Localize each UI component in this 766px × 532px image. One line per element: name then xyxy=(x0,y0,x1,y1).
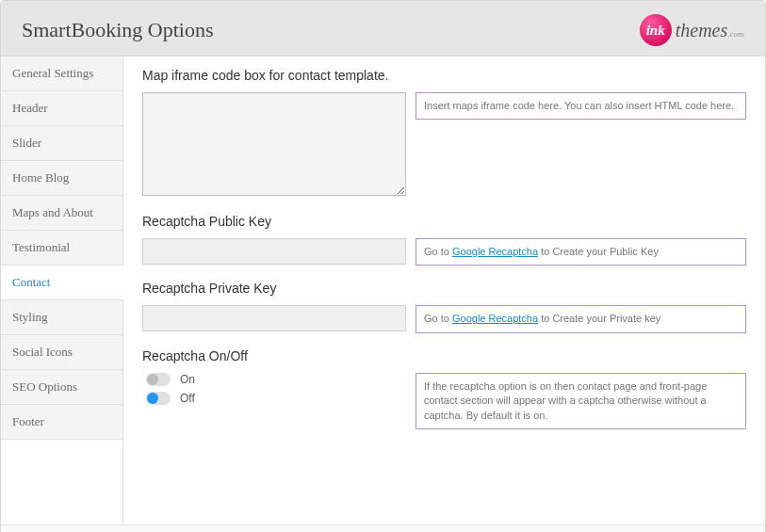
sidebar-item-styling[interactable]: Styling xyxy=(1,300,123,335)
sidebar-item-testimonial[interactable]: Testimonial xyxy=(1,231,123,266)
sidebar-item-maps-and-about[interactable]: Maps and About xyxy=(1,196,123,231)
toggle-on-icon[interactable] xyxy=(146,373,171,386)
logo-text: themes.com xyxy=(676,20,744,41)
recaptcha-toggle-off-row[interactable]: Off xyxy=(142,392,406,405)
recaptcha-public-help-suffix: to Create your Public Key xyxy=(538,246,659,257)
logo-badge-icon: ink xyxy=(640,14,672,46)
panel-body: General Settings Header Slider Home Blog… xyxy=(1,56,765,524)
recaptcha-public-help-link[interactable]: Google Recaptcha xyxy=(452,246,538,257)
sidebar-item-contact[interactable]: Contact xyxy=(1,266,123,300)
content-area: Map iframe code box for contact template… xyxy=(123,56,765,524)
sidebar-item-home-blog[interactable]: Home Blog xyxy=(1,161,123,196)
brand-logo: ink themes.com xyxy=(640,14,744,46)
page-title: SmartBooking Options xyxy=(22,18,214,42)
recaptcha-public-input[interactable] xyxy=(142,238,406,265)
recaptcha-toggle-on-label: On xyxy=(180,373,195,386)
sidebar-item-header[interactable]: Header xyxy=(1,91,123,126)
recaptcha-public-help-prefix: Go to xyxy=(424,246,452,257)
recaptcha-private-label: Recaptcha Private Key xyxy=(142,281,746,296)
recaptcha-toggle-on-row[interactable]: On xyxy=(142,373,406,386)
recaptcha-toggle-help: If the recaptcha option is on then conta… xyxy=(416,373,746,429)
recaptcha-private-help-link[interactable]: Google Recaptcha xyxy=(452,313,538,324)
map-iframe-label: Map iframe code box for contact template… xyxy=(142,68,746,83)
logo-text-suffix: .com xyxy=(727,29,744,39)
recaptcha-toggle-label: Recaptcha On/Off xyxy=(142,348,746,363)
recaptcha-toggle-off-label: Off xyxy=(180,392,195,405)
recaptcha-public-help: Go to Google Recaptcha to Create your Pu… xyxy=(416,238,746,266)
recaptcha-public-label: Recaptcha Public Key xyxy=(142,214,746,229)
sidebar-spacer xyxy=(1,440,123,524)
options-panel: SmartBooking Options ink themes.com Gene… xyxy=(0,0,766,532)
recaptcha-private-help-suffix: to Create your Private key xyxy=(538,313,660,324)
field-group-recaptcha-private: Recaptcha Private Key Go to Google Recap… xyxy=(142,281,746,332)
logo-text-main: themes xyxy=(676,20,728,40)
sidebar-item-seo-options[interactable]: SEO Options xyxy=(1,370,123,405)
panel-header: SmartBooking Options ink themes.com xyxy=(1,1,765,56)
sidebar: General Settings Header Slider Home Blog… xyxy=(1,56,123,524)
toggle-off-icon[interactable] xyxy=(146,392,171,405)
recaptcha-private-help: Go to Google Recaptcha to Create your Pr… xyxy=(416,305,746,332)
panel-footer: Reset Options ➤ Save All Changes xyxy=(1,524,765,532)
map-iframe-help: Insert maps iframe code here. You can al… xyxy=(416,92,746,120)
field-group-map-iframe: Map iframe code box for contact template… xyxy=(142,68,746,199)
sidebar-item-general-settings[interactable]: General Settings xyxy=(1,56,123,91)
recaptcha-private-input[interactable] xyxy=(142,305,406,331)
field-group-recaptcha-public: Recaptcha Public Key Go to Google Recapt… xyxy=(142,214,746,266)
recaptcha-private-help-prefix: Go to xyxy=(424,313,452,324)
sidebar-item-social-icons[interactable]: Social Icons xyxy=(1,335,123,370)
field-group-recaptcha-toggle: Recaptcha On/Off On Off If the recap xyxy=(142,348,746,429)
map-iframe-textarea[interactable] xyxy=(142,92,406,196)
sidebar-item-footer[interactable]: Footer xyxy=(1,405,123,440)
sidebar-item-slider[interactable]: Slider xyxy=(1,126,123,161)
